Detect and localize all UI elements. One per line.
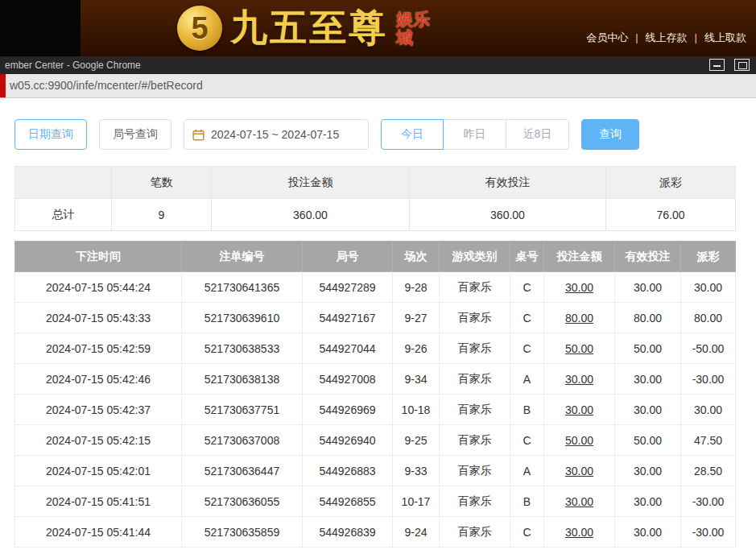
- summary-header-cell: 笔数: [112, 167, 212, 199]
- bet-cell-game: 百家乐: [440, 517, 510, 548]
- summary-header-cell: 投注金额: [212, 167, 410, 199]
- bet-row: 2024-07-15 05:42:01521730636447544926883…: [15, 456, 736, 486]
- bet-cell-round: 544927008: [303, 364, 393, 395]
- bet-cell-time: 2024-07-15 05:43:33: [15, 303, 182, 333]
- bet-cell-payout: -30.00: [681, 364, 736, 395]
- date-range-value: 2024-07-15 ~ 2024-07-15: [211, 128, 339, 141]
- bet-cell-game: 百家乐: [440, 272, 510, 303]
- bet-cell-time: 2024-07-15 05:42:01: [15, 456, 182, 486]
- bet-cell-amount[interactable]: 50.00: [544, 425, 615, 456]
- bet-cell-table_no: A: [510, 456, 544, 486]
- bet-cell-payout: -30.00: [681, 486, 736, 517]
- calendar-icon: [192, 129, 204, 141]
- date-query-tab[interactable]: 日期查询: [14, 119, 87, 150]
- browser-titlebar: ember Center - Google Chrome: [0, 56, 756, 74]
- bet-row: 2024-07-15 05:43:33521730639610544927167…: [15, 303, 736, 333]
- bet-cell-time: 2024-07-15 05:42:46: [15, 364, 182, 395]
- nav-link[interactable]: 线上存款: [646, 31, 688, 43]
- site-logo-subtitle: 娱乐城: [396, 10, 433, 47]
- bet-table-body: 2024-07-15 05:44:24521730641365544927289…: [15, 272, 736, 548]
- bet-cell-payout: -30.00: [681, 517, 736, 548]
- url-text[interactable]: w05.cc:9900/infe/mcenter/#/betRecord: [10, 74, 203, 97]
- bet-cell-payout: 30.00: [681, 395, 736, 425]
- bet-cell-round: 544926969: [303, 395, 393, 425]
- bet-cell-amount[interactable]: 30.00: [544, 456, 615, 486]
- bet-cell-valid: 30.00: [615, 486, 681, 517]
- bet-row: 2024-07-15 05:42:15521730637008544926940…: [15, 425, 736, 456]
- summary-header-cell: 有效投注: [410, 167, 606, 199]
- bet-cell-payout: 28.50: [681, 456, 736, 486]
- page-edge-accent: [0, 74, 6, 97]
- window-minimize-icon[interactable]: [709, 59, 725, 71]
- window-title: ember Center - Google Chrome: [5, 56, 141, 74]
- yesterday-button[interactable]: 昨日: [444, 119, 506, 150]
- bet-cell-session: 9-27: [393, 303, 440, 333]
- bet-cell-session: 9-25: [393, 425, 440, 456]
- summary-total-row: 总计 9 360.00 360.00 76.00: [15, 199, 736, 231]
- bet-cell-valid: 80.00: [615, 303, 681, 333]
- bet-cell-amount[interactable]: 80.00: [544, 303, 615, 333]
- bet-cell-game: 百家乐: [440, 456, 510, 486]
- quick-date-group: 今日 昨日 近8日: [381, 119, 569, 150]
- bet-cell-table_no: B: [510, 395, 544, 425]
- bet-cell-valid: 50.00: [615, 425, 681, 456]
- bet-cell-bet_id: 521730641365: [182, 272, 303, 303]
- bet-cell-amount[interactable]: 30.00: [544, 517, 615, 548]
- bet-cell-bet_id: 521730637008: [182, 425, 303, 456]
- nav-link[interactable]: 会员中心: [586, 31, 628, 43]
- bet-cell-amount[interactable]: 50.00: [544, 333, 615, 364]
- bet-cell-bet_id: 521730638138: [182, 364, 303, 395]
- round-query-tab[interactable]: 局号查询: [99, 119, 171, 150]
- bet-cell-payout: 80.00: [681, 303, 736, 333]
- bet-row: 2024-07-15 05:44:24521730641365544927289…: [15, 272, 736, 303]
- site-logo: 5 九五至尊 娱乐城: [177, 3, 433, 53]
- bet-cell-round: 544926839: [303, 517, 393, 548]
- today-button[interactable]: 今日: [381, 119, 444, 150]
- background-corner: [0, 0, 81, 56]
- bet-cell-amount[interactable]: 30.00: [544, 395, 615, 425]
- bet-cell-game: 百家乐: [440, 395, 510, 425]
- bet-cell-game: 百家乐: [440, 333, 510, 364]
- bet-cell-amount[interactable]: 30.00: [544, 486, 615, 517]
- bet-row: 2024-07-15 05:41:51521730636055544926855…: [15, 486, 736, 517]
- bet-cell-payout: 47.50: [681, 425, 736, 456]
- bet-header-cell: 下注时间: [15, 242, 182, 272]
- bet-row: 2024-07-15 05:42:46521730638138544927008…: [15, 364, 736, 395]
- bet-cell-payout: 30.00: [681, 272, 736, 303]
- bet-cell-round: 544926940: [303, 425, 393, 456]
- nav-link[interactable]: 线上取款: [704, 31, 746, 43]
- bet-header-cell: 投注金额: [544, 242, 615, 272]
- search-button[interactable]: 查询: [581, 119, 639, 150]
- bet-cell-payout: -50.00: [681, 333, 736, 364]
- last-8-days-button[interactable]: 近8日: [506, 119, 569, 150]
- window-restore-icon[interactable]: [734, 59, 750, 71]
- bet-header-cell: 有效投注: [615, 242, 681, 272]
- date-range-input[interactable]: 2024-07-15 ~ 2024-07-15: [184, 119, 369, 150]
- bet-cell-amount[interactable]: 30.00: [544, 272, 615, 303]
- bet-header-cell: 局号: [303, 242, 393, 272]
- bet-cell-bet_id: 521730639610: [182, 303, 303, 333]
- nav-separator: |: [635, 31, 638, 43]
- bet-cell-table_no: C: [510, 333, 544, 364]
- browser-addressbar[interactable]: w05.cc:9900/infe/mcenter/#/betRecord: [0, 74, 756, 98]
- bet-cell-round: 544927044: [303, 333, 393, 364]
- bet-cell-table_no: C: [510, 272, 544, 303]
- bet-cell-valid: 30.00: [615, 364, 681, 395]
- top-nav: 会员中心|线上存款|线上取款: [586, 31, 746, 45]
- summary-count: 9: [112, 199, 212, 231]
- bet-cell-game: 百家乐: [440, 486, 510, 517]
- bet-cell-table_no: C: [510, 517, 544, 548]
- bet-cell-table_no: C: [510, 303, 544, 333]
- summary-header-cell: 派彩: [606, 167, 736, 199]
- site-logo-text: 九五至尊: [230, 3, 388, 53]
- screen: 5 九五至尊 娱乐城 会员中心|线上存款|线上取款 ember Center -…: [0, 0, 756, 554]
- bet-cell-session: 10-18: [393, 395, 440, 425]
- bet-cell-round: 544927167: [303, 303, 393, 333]
- bet-row: 2024-07-15 05:41:44521730635859544926839…: [15, 517, 736, 548]
- bet-cell-time: 2024-07-15 05:41:51: [15, 486, 182, 517]
- bet-cell-amount[interactable]: 30.00: [544, 364, 615, 395]
- window-controls: [709, 59, 750, 71]
- bet-header-cell: 游戏类别: [440, 242, 510, 272]
- filter-row: 日期查询 局号查询 2024-07-15 ~ 2024-07-15 今日 昨日 …: [14, 119, 735, 150]
- bet-header-cell: 桌号: [510, 242, 544, 272]
